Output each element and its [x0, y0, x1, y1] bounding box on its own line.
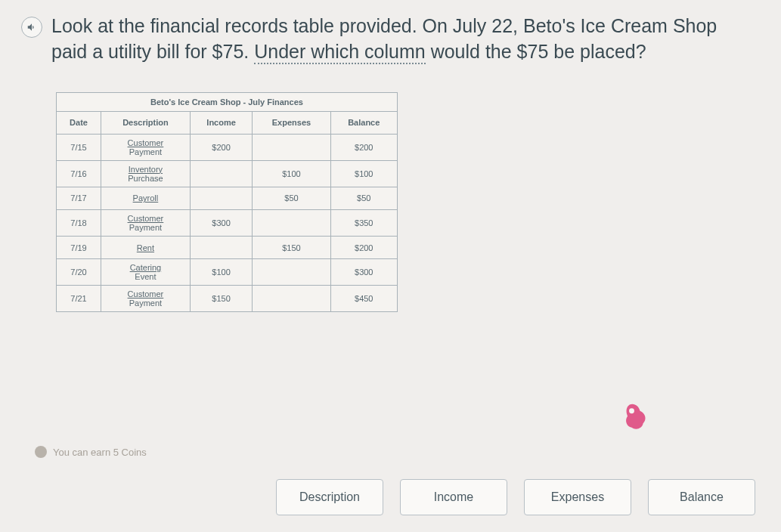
cell-date: 7/20	[57, 259, 101, 286]
pointer-icon	[619, 401, 652, 434]
cell-expenses: $150	[253, 237, 330, 259]
cell-date: 7/16	[57, 160, 101, 187]
cell-expenses: $50	[253, 187, 330, 209]
cell-description: Rent	[101, 237, 191, 259]
cell-balance: $300	[330, 259, 397, 286]
col-balance: Balance	[330, 111, 397, 134]
cell-description: CustomerPayment	[101, 286, 191, 312]
cell-balance: $200	[330, 134, 397, 160]
cell-date: 7/19	[57, 237, 101, 259]
cell-income: $150	[190, 286, 253, 312]
answer-balance[interactable]: Balance	[648, 479, 755, 515]
col-expenses: Expenses	[253, 111, 330, 134]
table-row: 7/21CustomerPayment$150$450	[57, 286, 398, 312]
earn-coins-text: You can earn 5 Coins	[53, 447, 147, 458]
cell-date: 7/15	[57, 134, 101, 160]
answer-expenses[interactable]: Expenses	[524, 479, 631, 515]
cell-date: 7/21	[57, 286, 101, 312]
col-description: Description	[101, 111, 191, 134]
answer-description[interactable]: Description	[276, 479, 383, 515]
svg-point-0	[629, 408, 634, 413]
table-row: 7/17Payroll$50$50	[57, 187, 398, 209]
cell-balance: $450	[330, 286, 397, 312]
cell-expenses	[253, 209, 330, 236]
question-text: Look at the financial records table prov…	[51, 14, 747, 65]
cell-income: $200	[190, 134, 253, 160]
col-date: Date	[57, 111, 101, 134]
table-row: 7/20CateringEvent$100$300	[57, 259, 398, 286]
table-row: 7/15CustomerPayment$200$200	[57, 134, 398, 160]
cell-expenses: $100	[253, 160, 330, 187]
answer-options: Description Income Expenses Balance	[0, 479, 781, 515]
table-row: 7/16InventoryPurchase$100$100	[57, 160, 398, 187]
table-row: 7/18CustomerPayment$300$350	[57, 209, 398, 236]
audio-play-icon[interactable]	[21, 17, 42, 38]
cell-expenses	[253, 286, 330, 312]
cell-income: $100	[190, 259, 253, 286]
answer-income[interactable]: Income	[400, 479, 507, 515]
cell-date: 7/18	[57, 209, 101, 236]
cell-description: Payroll	[101, 187, 191, 209]
cell-income: $300	[190, 209, 253, 236]
cell-date: 7/17	[57, 187, 101, 209]
cell-balance: $200	[330, 237, 397, 259]
cell-balance: $350	[330, 209, 397, 236]
cell-description: CustomerPayment	[101, 134, 191, 160]
cell-expenses	[253, 259, 330, 286]
cell-expenses	[253, 134, 330, 160]
cell-income	[190, 187, 253, 209]
question-part2: would the $75 be placed?	[426, 41, 646, 62]
table-title: Beto's Ice Cream Shop - July Finances	[56, 92, 398, 111]
cell-description: CustomerPayment	[101, 209, 191, 236]
coin-icon	[35, 446, 47, 458]
cell-description: InventoryPurchase	[101, 160, 191, 187]
table-row: 7/19Rent$150$200	[57, 237, 398, 259]
col-income: Income	[190, 111, 253, 134]
cell-balance: $100	[330, 160, 397, 187]
cell-description: CateringEvent	[101, 259, 191, 286]
cell-income	[190, 160, 253, 187]
finances-table: Beto's Ice Cream Shop - July Finances Da…	[56, 92, 398, 313]
cell-income	[190, 237, 253, 259]
question-underlined: Under which column	[254, 41, 426, 64]
earn-coins-row: You can earn 5 Coins	[35, 446, 147, 458]
cell-balance: $50	[330, 187, 397, 209]
table-header-row: Date Description Income Expenses Balance	[57, 111, 398, 134]
